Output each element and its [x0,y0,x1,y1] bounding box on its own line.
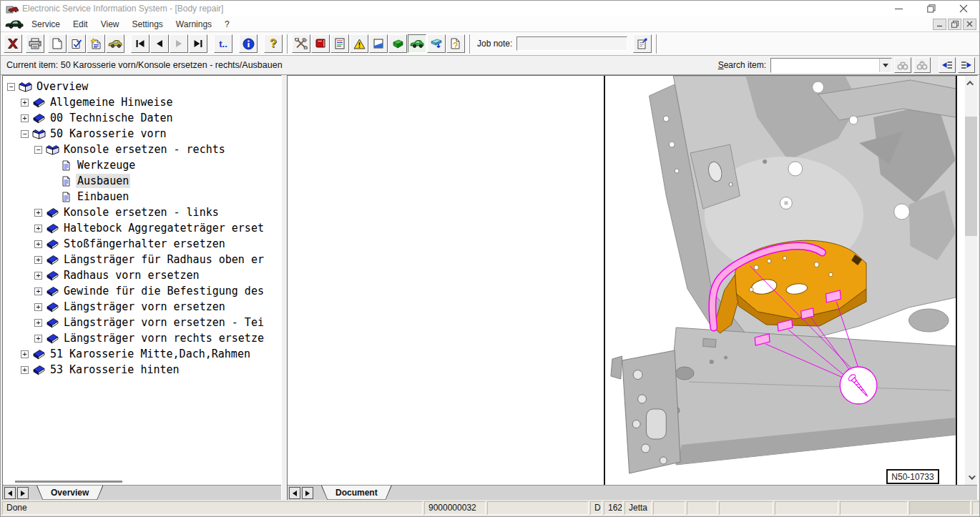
tools-button[interactable] [292,34,310,53]
new-document-button[interactable] [48,34,67,53]
list-button[interactable] [330,34,349,53]
expander-plus-icon[interactable]: + [21,350,29,358]
find-button[interactable] [894,57,911,73]
scrollbar-thumb[interactable] [15,481,122,483]
fill-state-button[interactable] [369,34,388,53]
tree-horizontal-scrollbar[interactable] [3,478,281,485]
menu-bar: Service Edit View Settings Warnings ? [1,16,979,32]
find-next-button[interactable] [913,57,931,73]
mdi-close-button[interactable] [963,19,976,30]
previous-hit-button[interactable] [939,57,956,73]
next-hit-button[interactable] [958,57,975,73]
search-item-combobox[interactable] [770,58,892,73]
properties-button[interactable] [633,34,652,53]
spare-part-button[interactable] [388,34,407,53]
tree-item[interactable]: +Längsträger vorn ersetzen [3,299,281,315]
previous-item-button[interactable] [150,34,169,53]
vehicle-icon [108,39,122,49]
new-note-button[interactable] [87,34,105,53]
tree-item[interactable]: Werkzeuge [3,157,281,173]
expander-plus-icon[interactable]: + [34,272,42,280]
tab-scroll-right-button[interactable] [17,487,29,499]
maximize-button[interactable] [915,1,947,16]
status-segment [487,501,589,515]
expander-minus-icon[interactable]: − [21,130,29,138]
tab-scroll-left-button[interactable] [4,487,16,499]
expander-minus-icon[interactable]: − [7,83,15,91]
scrollbar-thumb[interactable] [965,117,977,236]
exit-button[interactable] [4,34,22,53]
tree-item[interactable]: +Allgemeine Hinweise [3,94,281,110]
tree-item[interactable]: +53 Karosserie hinten [3,362,281,378]
lift-button[interactable] [427,34,446,53]
scroll-down-button[interactable] [965,471,977,483]
menu-settings[interactable]: Settings [126,18,170,31]
expander-plus-icon[interactable]: + [34,319,42,327]
tree-item[interactable]: +Konsole ersetzen - links [3,205,281,220]
tree-item[interactable]: +00 Technische Daten [3,110,281,126]
tree-item[interactable]: +Gewinde für die Befestigung des [3,283,281,299]
menu-view[interactable]: View [94,18,126,31]
repair-manual-button[interactable] [311,34,330,53]
mdi-minimize-button[interactable] [933,19,946,30]
search-dropdown-button[interactable] [879,59,891,72]
t-jump-button[interactable]: t.. [214,34,232,53]
expander-plus-icon[interactable]: + [34,225,42,232]
expander-plus-icon[interactable]: + [34,209,42,217]
expander-plus-icon[interactable]: + [21,114,29,122]
expander-minus-icon[interactable]: − [34,146,42,154]
tree-item[interactable]: Ausbauen [3,173,281,189]
next-item-button[interactable] [170,34,188,53]
close-button[interactable] [947,1,979,16]
triangle-left-icon [8,491,12,496]
expander-plus-icon[interactable]: + [34,240,42,248]
menu-service[interactable]: Service [25,18,67,31]
print-button[interactable] [26,34,44,53]
info-button[interactable] [239,34,258,53]
pane-splitter[interactable] [282,75,287,501]
tree-item[interactable]: +Stoßfängerhalter ersetzen [3,236,281,252]
tree-item[interactable]: −50 Karosserie vorn [3,126,281,142]
tree-item[interactable]: −Konsole ersetzen - rechts [3,142,281,157]
tree-item[interactable]: +Radhaus vorn ersetzen [3,267,281,283]
tree-item[interactable]: +Längsträger für Radhaus oben er [3,252,281,267]
first-item-button[interactable] [131,34,150,53]
expander-plus-icon[interactable]: + [21,99,29,107]
vehicle-button[interactable] [106,34,124,53]
tree-item-label: Längsträger vorn ersetzen - Tei [62,315,265,330]
warnings-button[interactable] [350,34,368,53]
search-item-input[interactable] [771,59,879,72]
tree-item[interactable]: +Längsträger vorn rechts ersetze [3,330,281,346]
menu-help[interactable]: ? [218,18,236,31]
previous-item-icon [155,39,165,48]
document-pane: N50-10733 Document [287,75,978,501]
tree-item[interactable]: +Längsträger vorn ersetzen - Tei [3,315,281,330]
book-icon [32,113,46,124]
mdi-restore-button[interactable] [948,19,961,30]
expander-plus-icon[interactable]: + [34,335,42,343]
tree-item[interactable]: +Haltebock Aggregateträger erset [3,220,281,236]
expander-plus-icon[interactable]: + [21,366,29,374]
tree-item[interactable]: Einbauen [3,189,281,205]
menu-warnings[interactable]: Warnings [170,18,218,31]
tab-scroll-left-button[interactable] [289,487,300,499]
menu-edit[interactable]: Edit [67,18,94,31]
expander-plus-icon[interactable]: + [34,256,42,264]
tab-scroll-right-button[interactable] [302,487,313,499]
tab-overview[interactable]: Overview [36,486,103,501]
document-help-button[interactable] [446,34,465,53]
scroll-up-button[interactable] [965,77,977,89]
expander-plus-icon[interactable]: + [34,303,42,311]
tree-item[interactable]: −Overview [3,79,281,94]
help-button[interactable]: ? [264,34,283,53]
chevron-up-icon [966,81,974,88]
last-item-button[interactable] [189,34,207,53]
job-note-input[interactable] [516,36,627,51]
expander-plus-icon[interactable]: + [34,287,42,295]
minimize-button[interactable] [883,1,915,16]
tree-item[interactable]: +51 Karosserie Mitte,Dach,Rahmen [3,346,281,362]
body-repair-button[interactable] [408,34,426,53]
edit-document-button[interactable] [67,34,86,53]
document-vertical-scrollbar[interactable] [965,76,977,485]
tab-document[interactable]: Document [321,486,392,501]
